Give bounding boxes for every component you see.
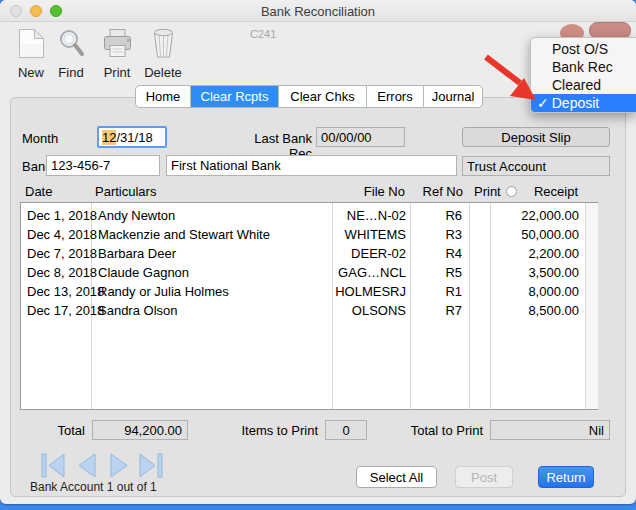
- table-row[interactable]: Dec 13, 2018 Randy or Julia Holmes HOLME…: [21, 282, 597, 301]
- new-button[interactable]: New: [10, 28, 52, 80]
- last-record-icon[interactable]: [138, 453, 164, 478]
- header-date: Date: [25, 184, 52, 199]
- cell-file-no: OLSONS: [334, 303, 406, 318]
- total-to-print-label: Total to Print: [393, 423, 483, 438]
- cell-particulars: Randy or Julia Holmes: [98, 284, 229, 299]
- toolbar-label: Find: [58, 65, 83, 80]
- tab-clear-chks[interactable]: Clear Chks: [279, 86, 367, 107]
- cell-file-no: DEER-02: [334, 246, 406, 261]
- month-selected-text: 12: [102, 130, 116, 145]
- window-title: Bank Reconciliation: [0, 4, 636, 19]
- printer-icon: [102, 28, 133, 63]
- cell-particulars: Sandra Olson: [98, 303, 178, 318]
- items-to-print-field: 0: [325, 420, 367, 440]
- cell-ref-no: R5: [412, 265, 462, 280]
- trash-icon: [150, 28, 177, 63]
- cell-particulars: Mackenzie and Stewart White: [98, 227, 270, 242]
- cell-date: Dec 13, 2018: [27, 284, 104, 299]
- cell-file-no: WHITEMS: [334, 227, 406, 242]
- print-label: Print: [474, 184, 501, 199]
- print-options-menu: Post O/S Bank Rec Cleared ✓Deposit: [530, 37, 636, 113]
- magnifier-icon: [57, 28, 85, 63]
- table-row[interactable]: Dec 4, 2018 Mackenzie and Stewart White …: [21, 225, 597, 244]
- cell-receipt: 8,000.00: [492, 284, 579, 299]
- menu-item-deposit[interactable]: ✓Deposit: [531, 94, 636, 112]
- month-rest-text: /31/18: [116, 130, 152, 145]
- cell-receipt: 3,500.00: [492, 265, 579, 280]
- table-row[interactable]: Dec 8, 2018 Claude Gagnon GAG…NCL R5 3,5…: [21, 263, 597, 282]
- next-record-icon[interactable]: [106, 453, 132, 478]
- post-button: Post: [455, 466, 513, 488]
- month-input[interactable]: 12/31/18: [97, 126, 167, 148]
- cell-date: Dec 4, 2018: [27, 227, 97, 242]
- form-code: C241: [250, 28, 276, 40]
- menu-item-post-os[interactable]: Post O/S: [531, 40, 636, 58]
- header-receipt: Receipt: [498, 184, 578, 199]
- toolbar-label: New: [18, 65, 44, 80]
- tab-home[interactable]: Home: [136, 86, 191, 107]
- cell-receipt: 2,200.00: [492, 246, 579, 261]
- cell-ref-no: R1: [412, 284, 462, 299]
- new-document-icon: [18, 28, 45, 63]
- total-to-print-field: Nil: [490, 420, 610, 440]
- cell-receipt: 8,500.00: [492, 303, 579, 318]
- record-counter: Bank Account 1 out of 1: [30, 480, 157, 494]
- cell-ref-no: R4: [412, 246, 462, 261]
- menu-item-label: Deposit: [552, 95, 599, 111]
- cell-particulars: Barbara Deer: [98, 246, 176, 261]
- cell-particulars: Claude Gagnon: [98, 265, 189, 280]
- print-button[interactable]: Print: [95, 28, 139, 80]
- header-ref-no: Ref No: [413, 184, 463, 199]
- cell-date: Dec 17, 2018: [27, 303, 104, 318]
- cell-receipt: 50,000.00: [492, 227, 579, 242]
- tab-clear-rcpts[interactable]: Clear Rcpts: [191, 86, 279, 107]
- checkmark-icon: ✓: [537, 95, 549, 111]
- tab-journal[interactable]: Journal: [424, 86, 482, 107]
- delete-button[interactable]: Delete: [138, 28, 188, 80]
- trust-account-field: Trust Account: [462, 156, 610, 176]
- cell-date: Dec 1, 2018: [27, 208, 97, 223]
- first-record-icon[interactable]: [40, 453, 66, 478]
- find-button[interactable]: Find: [52, 28, 90, 80]
- cell-receipt: 22,000.00: [492, 208, 579, 223]
- select-all-button[interactable]: Select All: [356, 466, 437, 488]
- cell-date: Dec 8, 2018: [27, 265, 97, 280]
- items-to-print-label: Items to Print: [228, 423, 318, 438]
- cell-particulars: Andy Newton: [98, 208, 175, 223]
- tab-bar: Home Clear Rcpts Clear Chks Errors Journ…: [135, 85, 483, 108]
- total-field: 94,200.00: [92, 420, 188, 440]
- total-label: Total: [30, 423, 85, 438]
- cell-date: Dec 7, 2018: [27, 246, 97, 261]
- cell-ref-no: R6: [412, 208, 462, 223]
- last-bank-rec-field: 00/00/00: [316, 127, 405, 147]
- menu-item-cleared[interactable]: Cleared: [531, 76, 636, 94]
- bank-name-input[interactable]: First National Bank: [166, 155, 457, 176]
- bank-number-input[interactable]: 123-456-7: [46, 155, 160, 176]
- header-particulars: Particulars: [95, 184, 156, 199]
- cell-file-no: GAG…NCL: [334, 265, 406, 280]
- cell-file-no: HOLMESRJ: [334, 284, 406, 299]
- header-file-no: File No: [345, 184, 405, 199]
- title-bar: Bank Reconciliation: [0, 0, 636, 22]
- deposit-slip-button[interactable]: Deposit Slip: [462, 127, 610, 147]
- return-button[interactable]: Return: [538, 466, 594, 488]
- cell-ref-no: R3: [412, 227, 462, 242]
- menu-item-bank-rec[interactable]: Bank Rec: [531, 58, 636, 76]
- receipts-table: Dec 1, 2018 Andy Newton NE…N-02 R6 22,00…: [20, 202, 598, 410]
- table-row[interactable]: Dec 7, 2018 Barbara Deer DEER-02 R4 2,20…: [21, 244, 597, 263]
- cell-ref-no: R7: [412, 303, 462, 318]
- app-window: Bank Reconciliation New Find: [0, 0, 636, 504]
- toolbar-label: Delete: [144, 65, 182, 80]
- cell-file-no: NE…N-02: [334, 208, 406, 223]
- month-label: Month: [22, 131, 58, 146]
- table-row[interactable]: Dec 1, 2018 Andy Newton NE…N-02 R6 22,00…: [21, 206, 597, 225]
- toolbar-label: Print: [104, 65, 131, 80]
- table-row[interactable]: Dec 17, 2018 Sandra Olson OLSONS R7 8,50…: [21, 301, 597, 320]
- tab-errors[interactable]: Errors: [367, 86, 424, 107]
- previous-record-icon[interactable]: [74, 453, 100, 478]
